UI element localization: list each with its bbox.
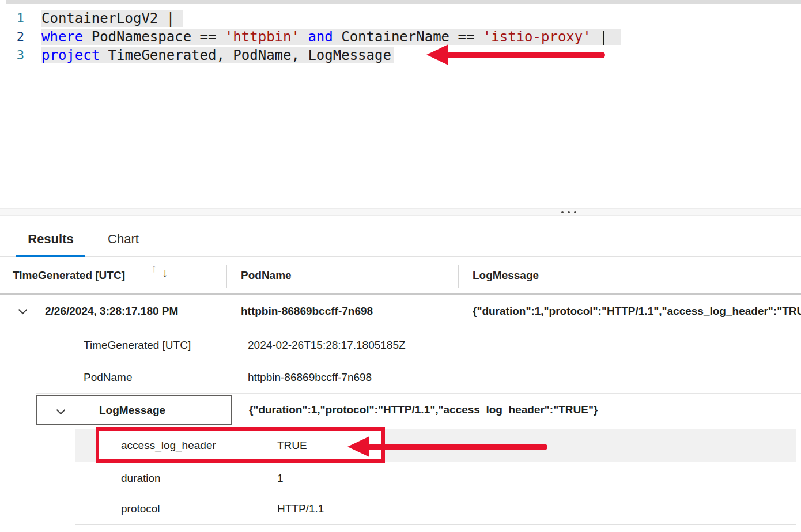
editor-top-border — [6, 0, 801, 4]
string-token: 'httpbin' — [225, 29, 300, 45]
keyword-token: and — [308, 29, 333, 45]
query-editor[interactable]: 1 ContainerLogV2 | 2 where PodNamespace … — [0, 0, 801, 75]
field-label: protocol — [121, 493, 160, 524]
dot — [574, 211, 576, 213]
arrow-shaft — [368, 444, 547, 450]
detail-row-timegenerated[interactable]: TimeGenerated [UTC] 2024-02-26T15:28:17.… — [0, 329, 801, 361]
plain-token — [300, 29, 308, 45]
detail-row-logmessage[interactable]: LogMessage {"duration":1,"protocol":"HTT… — [0, 394, 801, 427]
column-divider[interactable] — [458, 265, 459, 288]
log-field-row-protocol[interactable]: protocol HTTP/1.1 — [75, 493, 796, 525]
arrow-shaft — [447, 52, 605, 58]
string-token: 'istio-proxy' — [483, 29, 591, 45]
dot — [568, 211, 570, 213]
cell-logmessage: {"duration":1,"protocol":"HTTP/1.1","acc… — [473, 295, 801, 329]
plain-token: PodNamespace == — [83, 29, 225, 45]
keyword-token: where — [41, 29, 83, 45]
table-name-token: ContainerLogV2 | — [41, 10, 175, 27]
log-analytics-results-view: 1 ContainerLogV2 | 2 where PodNamespace … — [0, 0, 801, 532]
query-code[interactable]: where PodNamespace == 'httpbin' and Cont… — [41, 28, 621, 46]
query-code[interactable]: ContainerLogV2 | — [41, 9, 183, 28]
logmessage-focus-box[interactable]: LogMessage — [36, 395, 232, 425]
arrow-head-icon — [347, 436, 369, 457]
field-value: TRUE — [277, 429, 307, 462]
query-line-3[interactable]: 3 project TimeGenerated, PodName, LogMes… — [0, 46, 394, 65]
detail-value: httpbin-86869bccff-7n698 — [248, 361, 372, 394]
column-header-podname[interactable]: PodName — [241, 258, 292, 293]
query-code[interactable]: project TimeGenerated, PodName, LogMessa… — [41, 46, 394, 65]
column-header-timegenerated[interactable]: TimeGenerated [UTC] — [13, 258, 125, 293]
log-field-row-duration[interactable]: duration 1 — [75, 463, 796, 493]
table-row[interactable]: 2/26/2024, 3:28:17.180 PM httpbin-86869b… — [0, 295, 801, 329]
drag-handle-icon[interactable] — [561, 211, 576, 213]
sort-descending-icon[interactable]: ↓ — [162, 266, 168, 280]
field-label: access_log_header — [121, 429, 216, 462]
detail-value: 2024-02-26T15:28:17.1805185Z — [248, 329, 406, 361]
plain-token: | — [591, 29, 608, 45]
detail-value: {"duration":1,"protocol":"HTTP/1.1","acc… — [249, 394, 598, 427]
column-header-logmessage[interactable]: LogMessage — [473, 258, 539, 293]
chevron-down-icon[interactable] — [18, 305, 28, 315]
keyword-token: project — [41, 47, 100, 63]
cell-timegenerated: 2/26/2024, 3:28:17.180 PM — [45, 295, 178, 329]
sort-ascending-icon[interactable]: ↑ — [151, 262, 157, 275]
cell-podname: httpbin-86869bccff-7n698 — [241, 295, 373, 329]
tab-results[interactable]: Results — [16, 223, 85, 257]
results-tab-bar: Results Chart — [0, 223, 801, 257]
dot — [561, 211, 564, 213]
chevron-down-icon[interactable] — [56, 406, 66, 415]
arrow-head-icon — [426, 44, 448, 65]
detail-label: LogMessage — [99, 396, 165, 424]
plain-token: ContainerName == — [333, 29, 483, 45]
query-line-1[interactable]: 1 ContainerLogV2 | — [0, 9, 183, 28]
column-divider[interactable] — [226, 265, 227, 288]
line-number: 3 — [0, 46, 24, 65]
panel-splitter[interactable] — [0, 208, 801, 216]
field-label: duration — [121, 463, 161, 493]
line-number: 2 — [0, 28, 24, 46]
line-number: 1 — [0, 9, 24, 28]
field-value: HTTP/1.1 — [277, 493, 324, 524]
query-line-2[interactable]: 2 where PodNamespace == 'httpbin' and Co… — [0, 28, 621, 46]
detail-label: TimeGenerated [UTC] — [84, 329, 191, 361]
detail-row-podname[interactable]: PodName httpbin-86869bccff-7n698 — [0, 361, 801, 394]
tab-chart[interactable]: Chart — [92, 223, 154, 257]
plain-token: TimeGenerated, PodName, LogMessage — [100, 47, 391, 63]
detail-label: PodName — [84, 361, 133, 394]
table-header: TimeGenerated [UTC] ↑ ↓ PodName LogMessa… — [0, 258, 801, 295]
field-value: 1 — [277, 463, 284, 493]
